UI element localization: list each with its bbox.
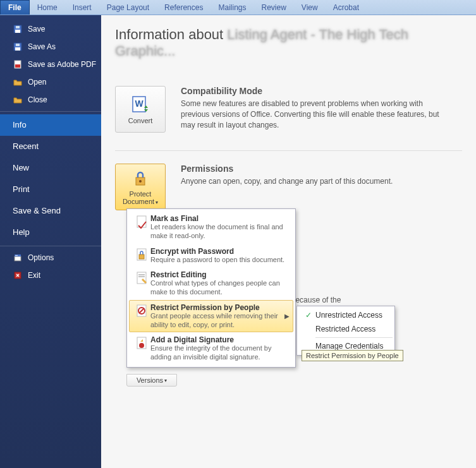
backstage-sidebar: Save Save As Save as Adobe PDF Open Clos… [0, 15, 101, 468]
sidebar-print[interactable]: Print [0, 179, 101, 200]
sidebar-item-label: Save [28, 25, 45, 33]
sidebar-item-label: Close [28, 95, 47, 104]
submenu-restricted[interactable]: Restricted Access [299, 322, 393, 336]
sidebar-recent[interactable]: Recent [0, 136, 101, 157]
tooltip: Restrict Permission by People [302, 350, 403, 361]
tab-acrobat[interactable]: Acrobat [326, 0, 367, 15]
svg-rect-19 [139, 255, 144, 259]
menu-item-title: Restrict Permission by People [150, 303, 282, 312]
tab-file[interactable]: File [0, 0, 30, 15]
permissions-heading: Permissions [181, 164, 393, 174]
sidebar-open[interactable]: Open [0, 73, 101, 91]
svg-rect-4 [15, 47, 20, 51]
page-title: Information about Listing Agent - The Hi… [115, 27, 462, 59]
word-convert-icon: W [130, 94, 150, 114]
tab-page-layout[interactable]: Page Layout [99, 0, 157, 15]
compat-body: Some new features are disabled to preven… [181, 99, 440, 130]
sidebar-save-pdf[interactable]: Save as Adobe PDF [0, 56, 101, 73]
sidebar-item-label: Save as Adobe PDF [28, 60, 96, 69]
sidebar-item-label: Save As [28, 42, 56, 51]
menu-item-title: Restrict Editing [150, 270, 290, 279]
options-icon [13, 253, 23, 263]
permissions-body: Anyone can open, copy, and change any pa… [181, 176, 393, 187]
sidebar-exit[interactable]: Exit [0, 267, 101, 284]
compat-heading: Compatibility Mode [181, 86, 440, 96]
menu-digital-signature[interactable]: Add a Digital SignatureEnsure the integr… [129, 332, 293, 365]
sidebar-info[interactable]: Info [0, 114, 101, 136]
protect-document-menu: Mark as FinalLet readers know the docume… [126, 208, 296, 368]
sidebar-item-label: Options [28, 253, 54, 262]
svg-rect-8 [15, 256, 21, 261]
svg-text:W: W [135, 99, 143, 109]
tab-review[interactable]: Review [253, 0, 293, 15]
doc-path [115, 62, 462, 71]
tab-view[interactable]: View [294, 0, 326, 15]
save-icon [13, 42, 23, 52]
save-icon [13, 24, 23, 34]
protect-document-button[interactable]: Protect Document▾ [115, 164, 166, 210]
button-label: Versions [137, 376, 163, 384]
tab-mailings[interactable]: Mailings [211, 0, 253, 15]
menu-restrict-editing[interactable]: Restrict EditingControl what types of ch… [129, 267, 293, 300]
menu-restrict-permission-people[interactable]: Restrict Permission by PeopleGrant peopl… [129, 300, 293, 333]
svg-rect-1 [15, 30, 20, 33]
submenu-label: Manage Credentials [315, 342, 383, 351]
checkmark-icon: ✓ [302, 311, 315, 320]
sidebar-item-label: Exit [28, 271, 40, 280]
tab-insert[interactable]: Insert [65, 0, 99, 15]
sidebar-save[interactable]: Save [0, 20, 101, 38]
svg-point-10 [15, 255, 16, 256]
menu-item-title: Add a Digital Signature [150, 335, 290, 344]
menu-item-desc: Let readers know the document is final a… [150, 223, 290, 241]
menu-item-desc: Ensure the integrity of the document by … [150, 344, 290, 362]
compat-block: W Convert Compatibility Mode Some new fe… [115, 86, 462, 133]
svg-point-27 [139, 343, 144, 348]
sidebar-options[interactable]: Options [0, 249, 101, 267]
convert-button[interactable]: W Convert [115, 86, 166, 133]
signature-icon [133, 335, 150, 362]
pdf-icon [13, 59, 23, 69]
ribbon-tabs: File Home Insert Page Layout References … [0, 0, 476, 15]
restrict-people-icon [133, 303, 150, 330]
svg-point-16 [139, 180, 142, 183]
sidebar-save-send[interactable]: Save & Send [0, 200, 101, 222]
title-prefix: Information about [115, 27, 227, 42]
sidebar-help[interactable]: Help [0, 222, 101, 243]
menu-mark-final[interactable]: Mark as FinalLet readers know the docume… [129, 211, 293, 244]
chevron-down-icon: ▾ [164, 378, 167, 383]
menu-item-desc: Control what types of changes people can… [150, 279, 290, 297]
sidebar-save-as[interactable]: Save As [0, 38, 101, 56]
sidebar-item-label: Open [28, 78, 46, 87]
button-label: Protect Document▾ [118, 190, 162, 205]
menu-item-title: Encrypt with Password [150, 247, 290, 256]
menu-item-title: Mark as Final [150, 214, 290, 223]
lock-icon [131, 169, 150, 188]
tab-references[interactable]: References [157, 0, 211, 15]
restrict-edit-icon [133, 270, 150, 297]
svg-rect-2 [16, 26, 20, 28]
submenu-unrestricted[interactable]: ✓ Unrestricted Access [299, 308, 393, 322]
svg-point-11 [16, 255, 18, 256]
svg-rect-7 [15, 64, 20, 68]
key-lock-icon [133, 247, 150, 265]
restrict-permission-submenu: ✓ Unrestricted Access Restricted Access … [296, 306, 395, 356]
menu-encrypt-password[interactable]: Encrypt with PasswordRequire a password … [129, 244, 293, 268]
sidebar-new[interactable]: New [0, 157, 101, 179]
folder-icon [13, 95, 23, 105]
tab-home[interactable]: Home [30, 0, 65, 15]
final-icon [133, 214, 150, 241]
menu-item-desc: Grant people access while removing their… [150, 312, 282, 330]
submenu-label: Restricted Access [315, 325, 375, 333]
versions-button[interactable]: Versions▾ [126, 374, 177, 387]
permissions-block: Protect Document▾ Permissions Anyone can… [115, 164, 462, 210]
submenu-arrow-icon: ▶ [282, 313, 290, 320]
submenu-label: Unrestricted Access [315, 311, 382, 320]
menu-item-desc: Require a password to open this document… [150, 256, 290, 265]
folder-icon [13, 77, 23, 87]
exit-icon [13, 270, 23, 280]
button-label: Convert [128, 117, 153, 124]
sidebar-close[interactable]: Close [0, 91, 101, 109]
svg-rect-5 [16, 44, 20, 46]
